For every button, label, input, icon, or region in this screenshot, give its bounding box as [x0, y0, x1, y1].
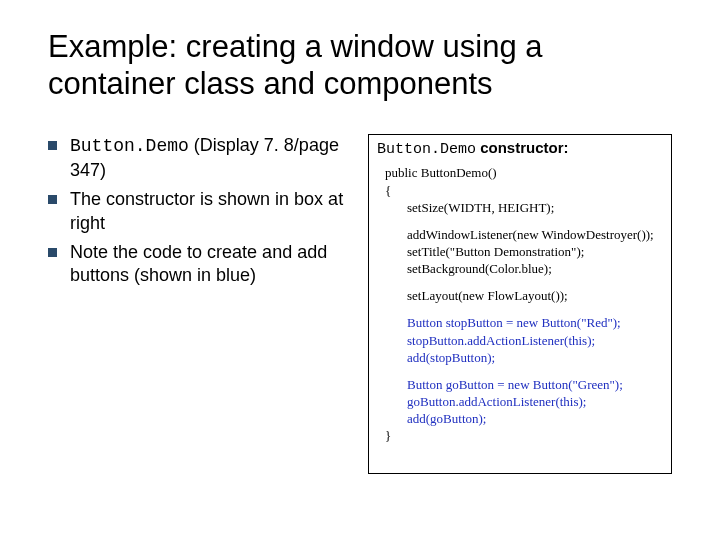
code-box-header-bold: constructor:	[476, 139, 569, 156]
code-line: setTitle("Button Demonstration");	[385, 243, 665, 260]
slide-body: Button.Demo (Display 7. 8/page 347) The …	[48, 134, 672, 474]
slide: Example: creating a window using a conta…	[0, 0, 720, 540]
code-line: }	[385, 427, 665, 444]
bullet-list: Button.Demo (Display 7. 8/page 347) The …	[48, 134, 348, 287]
code-line: add(goButton);	[385, 410, 665, 427]
code-line	[385, 366, 665, 376]
bullet-mono: Button.Demo	[70, 136, 189, 156]
code-line: Button stopButton = new Button("Red");	[385, 314, 665, 331]
bullet-text: The constructor is shown in box at right	[70, 189, 343, 232]
code-line: setBackground(Color.blue);	[385, 260, 665, 277]
code-line: Button goButton = new Button("Green");	[385, 376, 665, 393]
slide-title: Example: creating a window using a conta…	[48, 28, 672, 102]
bullet-item: The constructor is shown in box at right	[48, 188, 348, 235]
code-line: {	[385, 182, 665, 199]
code-line: setLayout(new FlowLayout());	[385, 287, 665, 304]
bullet-item: Button.Demo (Display 7. 8/page 347)	[48, 134, 348, 182]
code-line	[385, 277, 665, 287]
bullet-text: Note the code to create and add buttons …	[70, 242, 327, 285]
bullet-item: Note the code to create and add buttons …	[48, 241, 348, 288]
code-listing: public ButtonDemo(){setSize(WIDTH, HEIGH…	[375, 164, 665, 444]
code-line: stopButton.addActionListener(this);	[385, 332, 665, 349]
code-line: public ButtonDemo()	[385, 164, 665, 181]
code-line: add(stopButton);	[385, 349, 665, 366]
code-line	[385, 304, 665, 314]
code-line: setSize(WIDTH, HEIGHT);	[385, 199, 665, 216]
bullet-column: Button.Demo (Display 7. 8/page 347) The …	[48, 134, 348, 293]
code-line: addWindowListener(new WindowDestroyer())…	[385, 226, 665, 243]
code-box: Button.Demo constructor: public ButtonDe…	[368, 134, 672, 474]
code-box-header: Button.Demo constructor:	[377, 139, 665, 158]
code-box-header-mono: Button.Demo	[377, 141, 476, 158]
code-line: goButton.addActionListener(this);	[385, 393, 665, 410]
code-line	[385, 216, 665, 226]
